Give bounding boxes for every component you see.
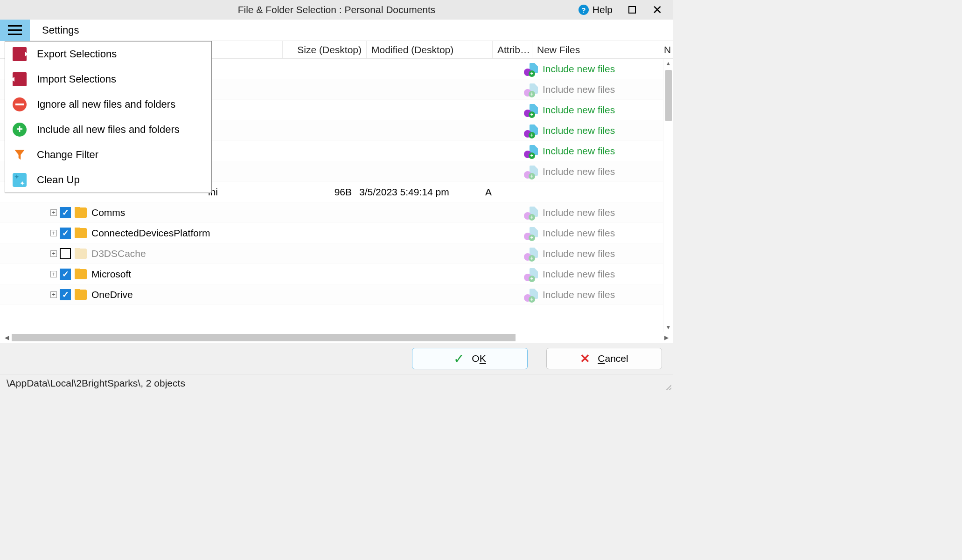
cross-icon: ✕	[580, 352, 590, 366]
scroll-thumb[interactable]	[665, 70, 672, 121]
ok-label: OK	[472, 353, 486, 364]
hamburger-menu-button[interactable]	[0, 20, 30, 41]
cell-size: 96B	[272, 187, 356, 198]
new-file-icon: +	[525, 145, 538, 157]
expander-icon[interactable]: +	[50, 250, 57, 257]
row-checkbox[interactable]	[60, 207, 71, 218]
cancel-button[interactable]: ✕ Cancel	[546, 348, 662, 369]
menu-item-label: Clean Up	[37, 174, 80, 186]
expander-icon[interactable]: +	[50, 230, 57, 236]
cell-modified: 3/5/2023 5:49:14 pm	[356, 187, 482, 198]
cell-attrib: A	[482, 187, 522, 198]
new-file-label[interactable]: Include new files	[543, 269, 615, 280]
new-file-label[interactable]: Include new files	[543, 84, 615, 95]
folder-icon	[75, 290, 87, 300]
cell-new-files: +Include new files	[522, 104, 649, 116]
help-button[interactable]: ? Help	[579, 4, 613, 15]
scroll-up-icon[interactable]: ▲	[666, 59, 671, 68]
menu-item-label: Export Selections	[37, 48, 117, 60]
vertical-scrollbar[interactable]: ▲ ▼	[663, 59, 673, 332]
titlebar: File & Folder Selection : Personal Docum…	[0, 0, 673, 20]
new-file-label[interactable]: Include new files	[543, 104, 615, 116]
menu-export-selections[interactable]: Export Selections	[5, 41, 211, 67]
new-file-label[interactable]: Include new files	[543, 125, 615, 136]
new-file-icon: +	[525, 83, 538, 96]
menu-clean-up[interactable]: Clean Up	[5, 167, 211, 193]
menu-include-all[interactable]: Include all new files and folders	[5, 117, 211, 142]
row-checkbox[interactable]	[60, 289, 71, 300]
table-row[interactable]: +OneDrive+Include new files	[0, 284, 663, 305]
folder-icon	[75, 228, 87, 238]
new-file-label[interactable]: Include new files	[543, 63, 615, 75]
cell-new-files: +Include new files	[522, 145, 649, 157]
filter-icon	[13, 148, 27, 162]
menu-change-filter[interactable]: Change Filter	[5, 142, 211, 167]
new-file-label[interactable]: Include new files	[543, 207, 615, 218]
new-file-label[interactable]: Include new files	[543, 166, 615, 177]
import-icon	[13, 72, 27, 86]
cell-new-files: +Include new files	[522, 83, 649, 96]
expander-icon[interactable]: +	[50, 271, 57, 277]
row-name: OneDrive	[91, 289, 133, 300]
new-file-icon: +	[525, 124, 538, 137]
close-button[interactable]: ✕	[652, 4, 663, 15]
table-row[interactable]: +Comms+Include new files	[0, 202, 663, 223]
statusbar: \AppData\Local\2BrightSparks\, 2 objects	[0, 374, 673, 392]
column-header-size[interactable]: Size (Desktop)	[283, 41, 367, 58]
check-icon: ✓	[453, 351, 464, 366]
column-header-new-files[interactable]: New Files	[532, 41, 659, 58]
folder-icon	[75, 249, 87, 259]
scroll-down-icon[interactable]: ▼	[666, 323, 671, 332]
table-row[interactable]: +D3DSCache+Include new files	[0, 243, 663, 264]
row-checkbox[interactable]	[60, 228, 71, 239]
row-name: Comms	[91, 207, 125, 218]
new-file-icon: +	[525, 207, 538, 219]
cancel-label: Cancel	[598, 353, 628, 364]
row-name: D3DSCache	[91, 248, 146, 259]
maximize-button[interactable]	[627, 4, 638, 15]
cell-new-files: +Include new files	[522, 227, 649, 239]
cell-new-files: +Include new files	[522, 289, 649, 301]
settings-button[interactable]: Settings	[42, 24, 79, 36]
menu-import-selections[interactable]: Import Selections	[5, 67, 211, 92]
hscroll-thumb[interactable]	[12, 334, 516, 341]
row-checkbox[interactable]	[60, 269, 71, 280]
new-file-icon: +	[525, 63, 538, 75]
cell-new-files: +Include new files	[522, 207, 649, 219]
ok-button[interactable]: ✓ OK	[412, 348, 528, 369]
new-file-label[interactable]: Include new files	[543, 248, 615, 259]
menu-ignore-all[interactable]: Ignore all new files and folders	[5, 92, 211, 117]
dialog-buttons: ✓ OK ✕ Cancel	[0, 343, 673, 374]
scroll-right-icon[interactable]: ▶	[662, 334, 671, 341]
toolbar: Settings	[0, 20, 673, 41]
window-title: File & Folder Selection : Personal Docum…	[238, 4, 436, 15]
new-file-icon: +	[525, 166, 538, 178]
new-file-icon: +	[525, 248, 538, 260]
new-file-icon: +	[525, 289, 538, 301]
new-file-icon: +	[525, 227, 538, 239]
horizontal-scrollbar[interactable]: ◀ ▶	[0, 332, 673, 343]
new-file-label[interactable]: Include new files	[543, 228, 615, 239]
new-file-icon: +	[525, 268, 538, 280]
cell-new-files: +Include new files	[522, 124, 649, 137]
column-header-modified[interactable]: Modified (Desktop)	[367, 41, 493, 58]
menu-item-label: Change Filter	[37, 149, 98, 161]
include-icon	[13, 123, 27, 137]
cell-new-files: +Include new files	[522, 166, 649, 178]
export-icon	[13, 47, 27, 61]
help-label: Help	[593, 4, 613, 15]
expander-icon[interactable]: +	[50, 291, 57, 298]
new-file-label[interactable]: Include new files	[543, 145, 615, 157]
close-icon: ✕	[652, 4, 662, 16]
menu-item-label: Ignore all new files and folders	[37, 98, 175, 111]
expander-icon[interactable]: +	[50, 209, 57, 216]
column-header-new-folders[interactable]: N	[659, 41, 673, 58]
scroll-left-icon[interactable]: ◀	[2, 334, 12, 341]
table-row[interactable]: +ConnectedDevicesPlatform+Include new fi…	[0, 223, 663, 243]
resize-grip-icon[interactable]	[665, 383, 671, 390]
new-file-label[interactable]: Include new files	[543, 289, 615, 300]
table-row[interactable]: +Microsoft+Include new files	[0, 264, 663, 284]
row-checkbox[interactable]	[60, 248, 71, 259]
menu-item-label: Import Selections	[37, 73, 116, 85]
column-header-attributes[interactable]: Attrib…	[493, 41, 532, 58]
